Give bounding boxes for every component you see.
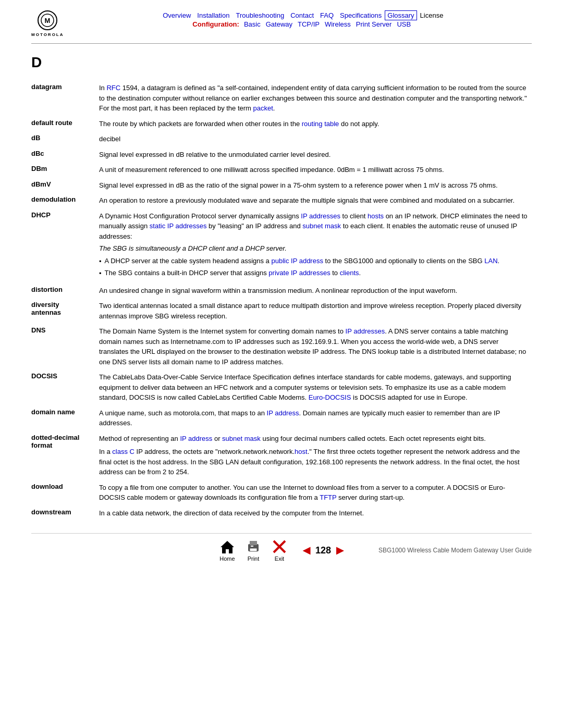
term-domain-name: domain name (31, 405, 99, 431)
nav-contact[interactable]: Contact (290, 11, 314, 19)
exit-icon (272, 539, 287, 554)
svg-rect-5 (250, 548, 257, 551)
sub-nav-wireless[interactable]: Wireless (325, 20, 351, 28)
footer-exit-label: Exit (275, 556, 284, 562)
doc-title: SBG1000 Wireless Cable Modem Gateway Use… (378, 547, 532, 554)
home-icon (219, 539, 235, 554)
footer-print-label: Print (248, 556, 260, 562)
sub-nav-label: Configuration: (192, 20, 239, 28)
def-dns: The Domain Name System is the Internet s… (99, 324, 532, 369)
term-docsis: DOCSIS (31, 369, 99, 405)
term-downstream: downstream (31, 505, 99, 521)
table-row: diversityantennas Two identical antennas… (31, 298, 532, 324)
link-packet[interactable]: packet (253, 104, 273, 112)
link-subnet-mask-dotted[interactable]: subnet mask (222, 435, 261, 442)
link-subnet-mask-dhcp[interactable]: subnet mask (302, 222, 341, 230)
svg-rect-4 (250, 541, 257, 545)
def-download: To copy a file from one computer to anot… (99, 480, 532, 505)
table-row: DOCSIS The CableLabs Data-Over-Cable Ser… (31, 369, 532, 405)
link-host-dotted[interactable]: host (295, 448, 308, 455)
nav-installation[interactable]: Installation (197, 11, 229, 19)
footer-home-button[interactable]: Home (219, 539, 235, 562)
def-dotted-decimal: Method of representing an IP address or … (99, 431, 532, 480)
page-header: M MOTOROLA Overview Installation Trouble… (31, 10, 532, 44)
link-private-ip[interactable]: private IP addresses (268, 269, 330, 277)
def-db: decibel (99, 131, 532, 147)
term-dns: DNS (31, 324, 99, 369)
def-downstream: In a cable data network, the direction o… (99, 505, 532, 521)
svg-rect-6 (251, 546, 253, 547)
def-dhcp: A Dynamic Host Configuration Protocol se… (99, 208, 532, 283)
sub-nav-print-server[interactable]: Print Server (356, 20, 392, 28)
nav-troubleshooting[interactable]: Troubleshooting (236, 11, 284, 19)
def-demodulation: An operation to restore a previously mod… (99, 193, 532, 208)
footer-print-button[interactable]: Print (246, 539, 261, 562)
link-public-ip[interactable]: public IP address (271, 257, 323, 265)
glossary-table: datagram In RFC 1594, a datagram is defi… (31, 80, 532, 521)
page-nav: ◀ 128 ▶ (303, 545, 344, 556)
motorola-logo: M MOTOROLA (31, 10, 64, 37)
footer-exit-button[interactable]: Exit (272, 539, 287, 562)
nav-specifications[interactable]: Specifications (340, 11, 382, 19)
def-datagram: In RFC 1594, a datagram is defined as "a… (99, 80, 532, 116)
link-routing-table[interactable]: routing table (302, 120, 339, 128)
logo-icon: M (38, 10, 57, 30)
nav-overview[interactable]: Overview (163, 11, 191, 19)
sub-nav: Configuration: Basic Gateway TCP/IP Wire… (192, 20, 413, 28)
nav-license[interactable]: License (420, 11, 444, 19)
link-tftp[interactable]: TFTP (320, 493, 336, 501)
link-clients-dhcp[interactable]: clients (340, 269, 359, 277)
term-dhcp: DHCP (31, 208, 99, 283)
page-number: 128 (315, 545, 331, 556)
nav-glossary[interactable]: Glossary (385, 10, 417, 20)
term-dbm: DBm (31, 162, 99, 178)
link-static-ip[interactable]: static IP addresses (150, 222, 207, 230)
prev-page-button[interactable]: ◀ (303, 545, 310, 556)
term-diversity-antennas: diversityantennas (31, 298, 99, 324)
term-dbc: dBc (31, 147, 99, 163)
link-hosts-dhcp[interactable]: hosts (368, 212, 384, 220)
term-default-route: default route (31, 116, 99, 132)
term-dbmv: dBmV (31, 178, 99, 193)
link-rfc[interactable]: RFC (106, 84, 120, 92)
link-lan-dhcp[interactable]: LAN (484, 257, 497, 265)
table-row: default route The route by which packets… (31, 116, 532, 132)
table-row: DNS The Domain Name System is the Intern… (31, 324, 532, 369)
table-row: dBmV Signal level expressed in dB as the… (31, 178, 532, 193)
link-class-c[interactable]: class C (112, 448, 134, 455)
footer-nav-icons: Home Print Exit (219, 539, 287, 562)
def-dbc: Signal level expressed in dB relative to… (99, 147, 532, 163)
table-row: downstream In a cable data network, the … (31, 505, 532, 521)
table-row: dB decibel (31, 131, 532, 147)
dhcp-bullet-1: • A DHCP server at the cable system head… (99, 256, 528, 267)
sub-nav-gateway[interactable]: Gateway (266, 20, 292, 28)
sub-nav-usb[interactable]: USB (397, 20, 411, 28)
link-ip-address-domain[interactable]: IP address (267, 409, 299, 417)
term-download: download (31, 480, 99, 505)
link-ip-addresses-dhcp[interactable]: IP addresses (301, 212, 340, 220)
nav-faq[interactable]: FAQ (320, 11, 334, 19)
sub-nav-tcpip[interactable]: TCP/IP (298, 20, 320, 28)
term-datagram: datagram (31, 80, 99, 116)
dhcp-bullet-2: • The SBG contains a built-in DHCP serve… (99, 268, 528, 279)
def-docsis: The CableLabs Data-Over-Cable Service In… (99, 369, 532, 405)
term-distortion: distortion (31, 283, 99, 299)
table-row: demodulation An operation to restore a p… (31, 193, 532, 208)
table-row: DBm A unit of measurement referenced to … (31, 162, 532, 178)
def-distortion: An undesired change in signal waveform w… (99, 283, 532, 299)
svg-text:M: M (45, 17, 51, 24)
sub-nav-basic[interactable]: Basic (244, 20, 261, 28)
def-domain-name: A unique name, such as motorola.com, tha… (99, 405, 532, 431)
logo-text: MOTOROLA (31, 32, 64, 37)
svg-marker-2 (221, 541, 234, 553)
link-ip-address-dotted[interactable]: IP address (180, 435, 212, 442)
link-euro-docsis[interactable]: Euro-DOCSIS (309, 393, 351, 401)
def-diversity-antennas: Two identical antennas located a small d… (99, 298, 532, 324)
link-ip-addresses-dns[interactable]: IP addresses (346, 327, 385, 335)
footer-home-label: Home (219, 556, 235, 562)
def-default-route: The route by which packets are forwarded… (99, 116, 532, 132)
table-row: dBc Signal level expressed in dB relativ… (31, 147, 532, 163)
page-footer: Home Print Exit (31, 533, 532, 562)
dotted-decimal-extra: In a class C IP address, the octets are … (99, 447, 528, 477)
next-page-button[interactable]: ▶ (336, 545, 344, 556)
